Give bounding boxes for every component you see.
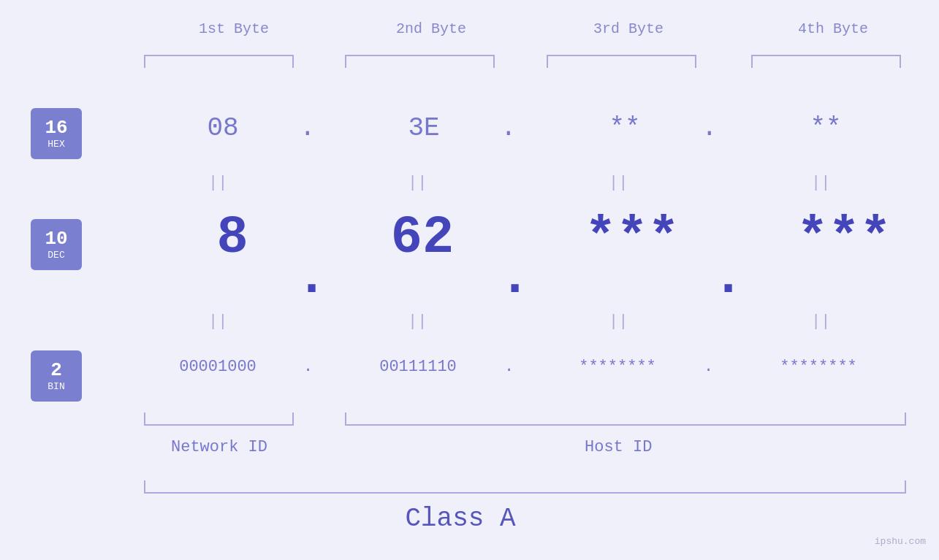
hex-badge-label: HEX — [47, 139, 64, 150]
bin-val4: ******** — [738, 358, 899, 376]
bracket-class — [144, 480, 906, 494]
bracket-host-id — [345, 413, 906, 426]
dec-dot1: . — [296, 248, 327, 308]
equals1: || — [208, 174, 227, 192]
bin-badge: 2 BIN — [31, 350, 82, 402]
equals4: || — [811, 174, 830, 192]
equals2: || — [408, 174, 427, 192]
equals3: || — [609, 174, 628, 192]
bin-dot1: . — [303, 358, 313, 376]
bracket-byte3-top — [547, 55, 696, 68]
bin-val2: 00111110 — [338, 358, 498, 376]
dec-badge: 10 DEC — [31, 219, 82, 270]
bracket-byte4-top — [751, 55, 901, 68]
host-id-label: Host ID — [585, 438, 652, 456]
class-label: Class A — [0, 504, 921, 534]
bin-val3: ******** — [537, 358, 698, 376]
main-content: 1st Byte 2nd Byte 3rd Byte 4th Byte 16 H… — [0, 0, 939, 560]
hex-dot2: . — [501, 113, 517, 143]
dec-badge-number: 10 — [45, 229, 67, 250]
equals7: || — [609, 312, 628, 331]
byte2-header: 2nd Byte — [358, 20, 504, 37]
hex-val1: 08 — [157, 113, 289, 143]
dec-val4: *** — [760, 208, 928, 268]
dec-val2: 62 — [357, 208, 488, 268]
hex-val4: ** — [760, 113, 892, 143]
dec-badge-label: DEC — [47, 250, 64, 261]
dec-val1: 8 — [167, 208, 298, 268]
dec-dot3: . — [712, 248, 744, 308]
network-id-label: Network ID — [171, 438, 267, 456]
byte1-header: 1st Byte — [161, 20, 307, 37]
hex-badge: 16 HEX — [31, 108, 82, 159]
byte3-header: 3rd Byte — [555, 20, 702, 37]
equals6: || — [408, 312, 427, 331]
hex-val2: 3E — [358, 113, 490, 143]
bracket-byte1-top — [144, 55, 294, 68]
bin-dot3: . — [704, 358, 713, 376]
bin-badge-number: 2 — [50, 360, 62, 381]
bin-dot2: . — [504, 358, 514, 376]
dec-val3: *** — [548, 208, 716, 268]
bracket-byte2-top — [345, 55, 495, 68]
byte4-header: 4th Byte — [760, 20, 906, 37]
dec-dot2: . — [499, 248, 531, 308]
hex-badge-number: 16 — [45, 118, 67, 139]
bracket-network-id — [144, 413, 294, 426]
watermark: ipshu.com — [875, 536, 926, 547]
hex-val3: ** — [559, 113, 691, 143]
equals5: || — [208, 312, 227, 331]
hex-dot3: . — [702, 113, 718, 143]
bin-badge-label: BIN — [47, 381, 64, 392]
equals8: || — [811, 312, 830, 331]
hex-dot1: . — [300, 113, 316, 143]
bin-val1: 00001000 — [137, 358, 298, 376]
